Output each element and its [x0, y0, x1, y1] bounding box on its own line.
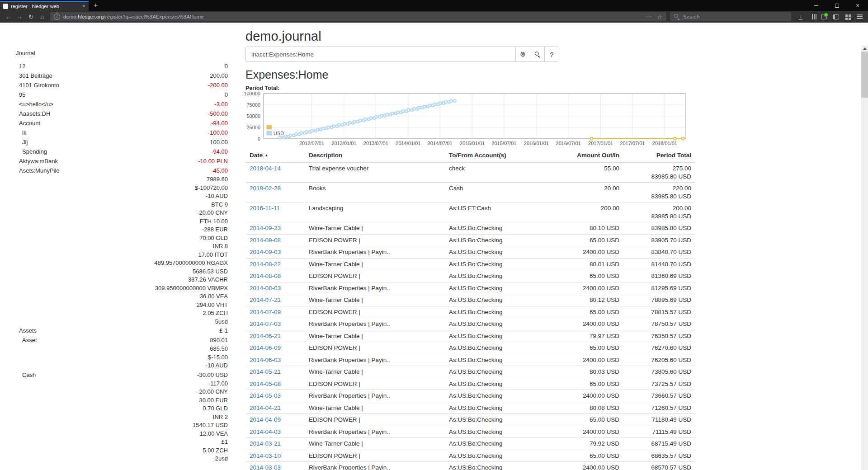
- transaction-date-link[interactable]: 2014-03-03: [250, 464, 281, 470]
- transaction-date-link[interactable]: 2014-06-09: [250, 344, 281, 351]
- submit-search-button[interactable]: [530, 47, 545, 62]
- register-row: 2014-08-22Wine-Tarner Cable |As:US:Bo:Ch…: [245, 258, 695, 270]
- register-row: 2018-02-28BooksCash20.00220.0083985.80 U…: [245, 183, 695, 202]
- transaction-date-link[interactable]: 2014-03-10: [250, 452, 281, 459]
- account-link: [16, 318, 19, 326]
- transaction-date-link[interactable]: 2014-09-23: [250, 225, 281, 231]
- transaction-date-link[interactable]: 2014-04-09: [250, 416, 281, 423]
- window-minimize-button[interactable]: [806, 0, 826, 11]
- scrollbar-thumb[interactable]: [861, 52, 868, 98]
- column-date[interactable]: Date▲: [245, 149, 305, 162]
- transaction-date-link[interactable]: 2014-07-03: [250, 320, 281, 327]
- menu-button[interactable]: [854, 12, 865, 22]
- column-description[interactable]: Description: [305, 149, 445, 162]
- browser-search-field[interactable]: Search: [670, 12, 791, 21]
- register-date-cell: 2014-04-21: [245, 402, 305, 414]
- register-account: As:US:ET:Cash: [445, 202, 558, 222]
- transaction-date-link[interactable]: 2014-04-21: [250, 404, 281, 411]
- bookmark-star-icon[interactable]: ☆: [654, 14, 665, 20]
- home-button[interactable]: ⌂: [37, 12, 48, 22]
- register-description: Trial expense voucher: [305, 162, 445, 183]
- tab-close-icon[interactable]: ×: [82, 4, 85, 9]
- transaction-date-link[interactable]: 2014-06-21: [250, 333, 281, 339]
- account-link[interactable]: 4101 Girokonto: [16, 80, 59, 90]
- account-link: [16, 388, 22, 396]
- sidebar-account-row: Aaasets:DH-500.00: [16, 109, 228, 118]
- url-domain: hledger.org: [78, 14, 104, 19]
- account-link[interactable]: 12: [16, 61, 25, 71]
- account-link[interactable]: Asset: [16, 335, 37, 345]
- account-balance: 5686.53 USD: [193, 268, 228, 276]
- downloads-button[interactable]: ↓: [795, 12, 807, 22]
- account-link[interactable]: Aktywa:mBank: [16, 156, 58, 166]
- account-balance: 309.950000000000 VBMPX: [155, 284, 228, 293]
- register-account: As:US:Bo:Checking: [445, 426, 558, 438]
- column-account[interactable]: To/From Account(s): [445, 149, 558, 162]
- transaction-date-link[interactable]: 2018-02-28: [250, 185, 281, 192]
- register-description: Books: [305, 183, 445, 202]
- register-date-cell: 2014-07-09: [245, 306, 305, 318]
- account-link[interactable]: <u>hello</u>: [16, 99, 53, 109]
- svg-text:2016/07/01: 2016/07/01: [556, 141, 581, 146]
- account-link[interactable]: Account: [16, 118, 40, 128]
- sidebar-account-row: 950: [16, 90, 228, 99]
- transaction-date-link[interactable]: 2014-04-03: [250, 428, 281, 435]
- new-tab-button[interactable]: +: [89, 0, 103, 10]
- clear-query-button[interactable]: ⊗: [515, 47, 530, 62]
- scroll-up-icon[interactable]: [863, 47, 867, 50]
- transaction-date-link[interactable]: 2014-09-08: [250, 237, 281, 244]
- account-link: [16, 201, 19, 209]
- account-link[interactable]: Asets:MunyPile: [16, 166, 60, 175]
- transaction-date-link[interactable]: 2014-08-03: [250, 285, 281, 291]
- transaction-date-link[interactable]: 2016-11-11: [250, 205, 280, 212]
- account-link[interactable]: Assets: [16, 326, 37, 335]
- browser-tab[interactable]: register - hledger-web ×: [0, 1, 89, 11]
- transaction-date-link[interactable]: 2014-05-21: [250, 368, 281, 375]
- account-link[interactable]: 95: [16, 90, 25, 99]
- register-account: As:US:Bo:Checking: [445, 462, 558, 470]
- transaction-date-link[interactable]: 2014-05-03: [250, 392, 281, 399]
- transaction-date-link[interactable]: 2014-08-08: [250, 273, 281, 279]
- page-actions-icon[interactable]: ⋯: [644, 14, 654, 20]
- page-scrollbar[interactable]: [861, 45, 868, 470]
- account-link[interactable]: 301 Beiträge: [16, 71, 52, 80]
- query-input[interactable]: [245, 47, 516, 62]
- account-link[interactable]: Aaasets:DH: [16, 109, 50, 118]
- sidebar-balance-row: 36.00 VEA: [16, 292, 228, 301]
- transaction-date-link[interactable]: 2014-07-09: [250, 309, 281, 315]
- back-button[interactable]: ←: [3, 12, 14, 22]
- account-link: [16, 446, 22, 455]
- account-link[interactable]: Jij: [16, 137, 28, 147]
- help-button[interactable]: ?: [544, 47, 559, 62]
- transaction-date-link[interactable]: 2014-06-03: [250, 357, 281, 363]
- register-row: 2014-08-03RiverBank Properties | Payin..…: [245, 282, 695, 294]
- account-link[interactable]: Spending: [16, 147, 47, 156]
- library-button[interactable]: [807, 12, 818, 22]
- account-link[interactable]: Cash: [16, 370, 36, 380]
- window-maximize-button[interactable]: [826, 0, 847, 11]
- url-bar[interactable]: i demo.hledger.org/register?q=inacct%3AE…: [50, 12, 666, 21]
- column-amount[interactable]: Amount Out/In: [558, 149, 623, 162]
- transaction-date-link[interactable]: 2014-08-22: [250, 261, 281, 268]
- account-link[interactable]: lk: [16, 128, 26, 137]
- site-info-icon[interactable]: i: [54, 14, 60, 20]
- account-balance: 17.00 ITOT: [198, 251, 228, 259]
- sidebar-toggle-button[interactable]: [830, 12, 842, 22]
- window-close-button[interactable]: ×: [847, 0, 868, 11]
- forward-button[interactable]: →: [14, 12, 25, 22]
- grid-button[interactable]: [842, 12, 854, 22]
- transaction-date-link[interactable]: 2014-07-21: [250, 296, 281, 303]
- transaction-date-link[interactable]: 2014-03-21: [250, 440, 281, 447]
- account-balance: -94.00: [211, 147, 228, 156]
- transaction-date-link[interactable]: 2014-09-03: [250, 249, 281, 255]
- transaction-date-link[interactable]: 2014-05-08: [250, 381, 281, 387]
- reload-button[interactable]: ↻: [25, 12, 37, 22]
- extension-button[interactable]: [818, 12, 830, 22]
- column-period-total[interactable]: Period Total: [623, 149, 695, 162]
- register-row: 2014-09-08EDISON POWER |As:US:Bo:Checkin…: [245, 234, 695, 246]
- sidebar-journal-link[interactable]: Journal: [16, 50, 228, 57]
- register-date-cell: 2018-04-14: [245, 162, 305, 183]
- register-row: 2014-03-21Wine-Tarner Cable |As:US:Bo:Ch…: [245, 438, 695, 450]
- register-account: As:US:Bo:Checking: [445, 366, 558, 378]
- transaction-date-link[interactable]: 2018-04-14: [250, 165, 281, 172]
